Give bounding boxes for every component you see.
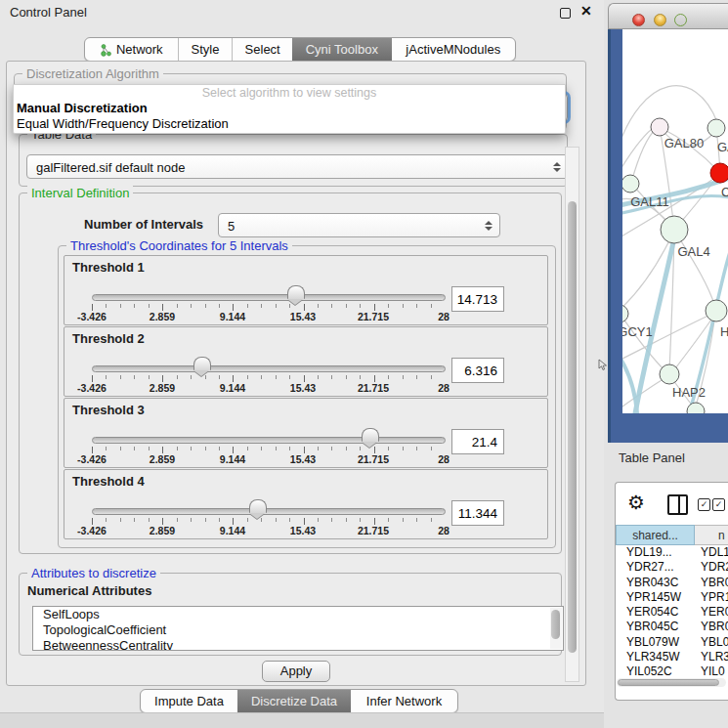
table-row[interactable]: YDL19...YDL1 xyxy=(616,545,728,560)
tab-cyni-toolbox[interactable]: Cyni Toolbox xyxy=(292,38,392,61)
slider-track[interactable] xyxy=(92,437,446,444)
panel-scrollbar-thumb[interactable] xyxy=(568,201,577,653)
node-label: GA xyxy=(717,140,728,154)
table-hscrollbar-thumb[interactable] xyxy=(618,679,719,686)
table-panel-title: Table Panel xyxy=(619,450,685,465)
table-hscrollbar[interactable] xyxy=(617,678,726,687)
close-traffic-light[interactable] xyxy=(632,14,645,26)
list-scrollbar-thumb[interactable] xyxy=(551,610,560,639)
node-gal80[interactable] xyxy=(651,118,668,136)
list-scrollbar[interactable] xyxy=(550,608,562,649)
table-row[interactable]: YER054CYER0 xyxy=(616,605,728,620)
popup-option-equal-width[interactable]: Equal Width/Frequency Discretization xyxy=(17,116,229,131)
tab-label: Style xyxy=(191,38,219,61)
threshold-value-field[interactable]: 14.713 xyxy=(451,286,504,312)
table-panel-window: ⚙ ✓ ✓ shared... n YDL19...YDL1 YDR27...Y… xyxy=(615,482,728,701)
table-row[interactable]: YBR045CYBR0 xyxy=(616,620,728,634)
tab-label: Impute Data xyxy=(154,690,224,712)
slider-thumb[interactable] xyxy=(362,428,379,442)
tab-discretize-data[interactable]: Discretize Data xyxy=(237,690,351,712)
node-top-right[interactable] xyxy=(707,119,725,137)
list-item[interactable]: BetweennessCentrality xyxy=(33,638,563,651)
threshold-value-field[interactable]: 21.4 xyxy=(451,429,504,454)
tab-select[interactable]: Select xyxy=(232,38,292,61)
table-row[interactable]: YIL052CYIL0 xyxy=(616,664,728,679)
tab-network[interactable]: Network xyxy=(85,38,178,61)
list-item[interactable]: SelfLoops xyxy=(33,607,563,622)
list-item[interactable]: TopologicalCoefficient xyxy=(33,622,563,638)
node-bottom[interactable] xyxy=(687,403,705,413)
mouse-cursor xyxy=(598,359,608,371)
node-label: GAL80 xyxy=(664,136,704,150)
tab-impute-data[interactable]: Impute Data xyxy=(141,690,237,712)
zoom-traffic-light[interactable] xyxy=(674,14,687,26)
table-data-combobox[interactable]: galFiltered.sif default node xyxy=(26,154,569,179)
attributes-listbox[interactable]: SelfLoops TopologicalCoefficient Between… xyxy=(32,606,564,651)
interval-definition-group: Interval Definition Number of Intervals … xyxy=(19,193,562,554)
node-red-selected[interactable] xyxy=(710,163,728,183)
table-row[interactable]: YLR345WYLR3 xyxy=(616,650,728,664)
node-gal4[interactable] xyxy=(661,216,688,243)
table-row[interactable]: YPR145WYPR1 xyxy=(616,590,728,605)
close-icon[interactable]: ✕ xyxy=(580,3,592,19)
combo-spinner-icon xyxy=(485,221,492,231)
group-title: Discretization Algorithm xyxy=(22,66,163,81)
network-window-titlebar[interactable] xyxy=(608,3,728,29)
network-canvas[interactable]: GAL80 GA C GAL11 GAL4 GCY1 H HAP2 xyxy=(622,29,728,413)
table-row[interactable]: YBL079WYBL0 xyxy=(616,635,728,650)
threshold-value-field[interactable]: 11.344 xyxy=(451,500,504,526)
threshold-value-field[interactable]: 6.316 xyxy=(451,358,504,383)
threshold-slider[interactable]: -3.426 2.859 9.144 15.43 21.715 28 xyxy=(92,399,444,465)
gear-icon[interactable]: ⚙ xyxy=(627,491,645,514)
tab-label: Infer Network xyxy=(366,690,442,712)
slider-tick-labels: -3.426 2.859 9.144 15.43 21.715 28 xyxy=(92,311,444,322)
tab-infer-network[interactable]: Infer Network xyxy=(351,690,457,712)
node-gal11[interactable] xyxy=(622,175,639,193)
slider-thumb[interactable] xyxy=(249,499,267,513)
node-label: GAL11 xyxy=(630,194,669,209)
minimize-traffic-light[interactable] xyxy=(654,14,666,26)
slider-major-ticks xyxy=(92,447,445,453)
tab-label: Network xyxy=(116,38,163,61)
node-label: GCY1 xyxy=(622,324,653,339)
slider-thumb[interactable] xyxy=(287,285,305,299)
threshold-row: Threshold 3 -3.426 2.859 9.144 15.43 xyxy=(64,398,548,468)
tab-label: Cyni Toolbox xyxy=(306,38,378,61)
group-title: Threshold's Coordinates for 5 Intervals xyxy=(66,238,292,253)
checkbox-icon[interactable]: ✓ xyxy=(712,498,725,511)
node-h[interactable] xyxy=(706,300,727,321)
panel-scrollbar[interactable] xyxy=(565,147,579,682)
columns-icon[interactable] xyxy=(667,494,688,515)
slider-major-ticks xyxy=(92,375,445,382)
slider-track[interactable] xyxy=(92,365,446,372)
number-of-intervals-combobox[interactable]: 5 xyxy=(218,213,500,237)
checkbox-icon[interactable]: ✓ xyxy=(698,498,710,511)
tab-jactivemnodules[interactable]: jActiveMNodules xyxy=(392,38,515,61)
threshold-slider[interactable]: -3.426 2.859 9.144 15.43 21.715 28 xyxy=(92,256,444,322)
slider-tick-labels: -3.426 2.859 9.144 15.43 21.715 28 xyxy=(92,453,444,465)
apply-button[interactable]: Apply xyxy=(262,661,330,682)
panel-title: Control Panel xyxy=(10,5,87,20)
node-gcy1[interactable] xyxy=(622,305,628,322)
slider-tick-labels: -3.426 2.859 9.144 15.43 21.715 28 xyxy=(92,525,444,536)
column-header-shared-name[interactable]: shared... xyxy=(616,525,695,545)
popup-option-manual[interactable]: Manual Discretization xyxy=(17,101,148,115)
cyni-content-panel: Discretization Algorithm Table Data galF… xyxy=(6,61,586,686)
tab-label: Select xyxy=(245,38,280,61)
column-header-name[interactable]: n xyxy=(695,525,728,545)
node-label: GAL4 xyxy=(677,244,709,259)
tab-label: jActiveMNodules xyxy=(406,38,500,61)
tab-style[interactable]: Style xyxy=(178,38,233,61)
slider-track[interactable] xyxy=(92,508,446,515)
threshold-slider[interactable]: -3.426 2.859 9.144 15.43 21.715 28 xyxy=(92,327,444,394)
slider-track[interactable] xyxy=(92,294,446,301)
slider-thumb[interactable] xyxy=(193,357,211,370)
node-hap2[interactable] xyxy=(660,364,679,384)
threshold-slider[interactable]: -3.426 2.859 9.144 15.43 21.715 28 xyxy=(92,470,444,536)
top-tab-bar: Network Style Select Cyni Toolbox jActiv… xyxy=(84,37,516,62)
table-row[interactable]: YBR043CYBR0 xyxy=(616,576,728,590)
table-row[interactable]: YDR27...YDR2 xyxy=(616,560,728,575)
threshold-row: Threshold 2 -3.426 2.859 9.144 15.43 xyxy=(64,326,548,397)
float-window-icon[interactable] xyxy=(560,8,571,19)
slider-major-ticks xyxy=(92,304,445,311)
